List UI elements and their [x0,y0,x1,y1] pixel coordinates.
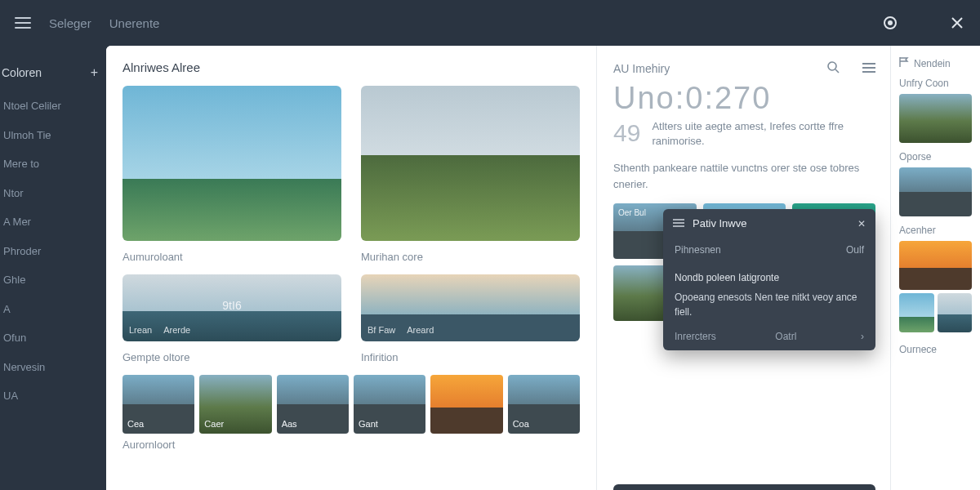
metric-number: 49 [613,119,640,147]
sidebar-item[interactable]: Phroder [2,237,98,266]
rail-thumb[interactable] [899,241,972,290]
app-title-2: Unerente [109,16,160,30]
strip-item[interactable]: Coa [508,375,580,434]
popover-body: Opoeang enesots Nen tee nitkt veoy ance … [675,290,864,319]
sidebar-item[interactable]: Ntor [2,179,98,208]
sidebar-item[interactable]: Ntoel Celiler [2,91,98,121]
rail-section: Acenher [899,225,972,236]
info-title: AU Imehiry [613,62,670,75]
popover-foot-action[interactable]: Oatrl [775,331,796,342]
sidebar-item[interactable]: Nervesin [2,353,98,382]
sidebar: Coloren + Ntoel Celiler Ulmoh Tie Mere t… [0,46,106,490]
rail-thumb[interactable] [899,94,972,143]
svg-point-1 [888,20,893,25]
flag-icon [899,57,909,69]
metric-text: Atlters uite aegte amest, Irefes cortte … [652,119,875,149]
sidebar-header: Coloren [2,66,42,79]
rail-section: Ournece [899,344,972,355]
card-caption: Infirition [361,351,580,363]
popover: Pativ Inwve ✕ Pihnesnen Oulf Nondb polee… [663,209,875,350]
sidebar-item[interactable]: Mere to [2,149,98,179]
close-icon[interactable] [949,15,965,31]
thumb-badge: 9tI6 [222,299,241,312]
app-title-1: Seleger [49,16,91,30]
menu-icon[interactable] [673,218,684,229]
gallery-card[interactable]: Lrean Arerde 9tI6 Gempte oltore [122,274,341,363]
sidebar-item[interactable]: A [2,295,98,324]
strip-item[interactable]: Cea [122,375,194,434]
rail-thumb[interactable] [938,293,973,332]
record-icon[interactable] [882,15,898,31]
info-big-value: Uno:0:270 [613,81,875,116]
card-caption: Aumuroloant [122,251,341,263]
gallery-card[interactable]: Bf Faw Areard Infirition [361,274,580,363]
card-caption: Gempte oltore [122,351,341,363]
sidebar-item[interactable]: Ofun [2,323,98,353]
thumb-tag: Bf Faw [368,325,395,335]
thumb-tag: Areard [407,325,434,335]
chevron-right-icon[interactable]: › [861,331,864,342]
strip-item[interactable]: Caer [199,375,271,434]
sidebar-item[interactable]: A Mer [2,207,98,237]
thumb-tag: Lrean [129,325,152,335]
add-icon[interactable]: + [91,65,98,80]
close-icon[interactable]: ✕ [858,218,866,229]
thumbnail: Lrean Arerde 9tI6 [122,274,341,341]
popover-title: Pativ Inwve [693,217,849,229]
thumb-tag: Arerde [163,325,190,335]
rail-section: Oporse [899,151,972,163]
popover-row-value: Oulf [846,244,864,256]
section-title: Alnriwes Alree [122,60,580,74]
gallery-card[interactable]: Murihan core [361,86,580,263]
rail-section: Unfry Coon [899,78,972,89]
top-bar: Seleger Unerente [0,0,980,46]
right-rail: Nendein Unfry Coon Oporse Acenher Ournec… [890,46,980,490]
info-panel: AU Imehiry Uno:0:270 49 Atlters uite aeg… [596,46,890,490]
strip-title: Aurornloort [122,439,580,451]
gallery-card[interactable]: Aumuroloant [122,86,341,263]
sidebar-item[interactable]: UA [2,381,98,411]
sidebar-item[interactable]: Ulmoh Tie [2,121,98,150]
strip-item[interactable]: Gant [354,375,425,434]
dark-list: An Ameo e› Unaromogre› Cant orrorces› [613,484,875,490]
card-caption: Murihan core [361,251,580,263]
rail-thumb[interactable] [899,167,972,216]
list-icon[interactable] [862,62,875,75]
popover-row-label: Pihnesnen [675,244,721,256]
thumbnail [122,86,341,241]
svg-line-3 [835,69,839,73]
popover-foot-label: Inrercters [675,331,716,342]
sidebar-item[interactable]: Ghle [2,265,98,295]
info-paragraph: Sthenth pankeare nattile vunctns orer st… [613,160,875,192]
thumbnail [361,86,580,241]
svg-point-2 [828,62,836,70]
strip-item[interactable] [430,375,502,434]
menu-icon[interactable] [15,17,31,29]
search-icon[interactable] [826,60,840,76]
popover-lead: Nondb poleen Iatigronte [675,270,864,285]
rail-thumb[interactable] [899,293,934,332]
thumbnail: Bf Faw Areard [361,274,580,341]
strip-item[interactable]: Aas [277,375,349,434]
main-area: Alnriwes Alree Aumuroloant Murihan core … [106,46,596,490]
rail-header: Nendein [914,58,951,69]
